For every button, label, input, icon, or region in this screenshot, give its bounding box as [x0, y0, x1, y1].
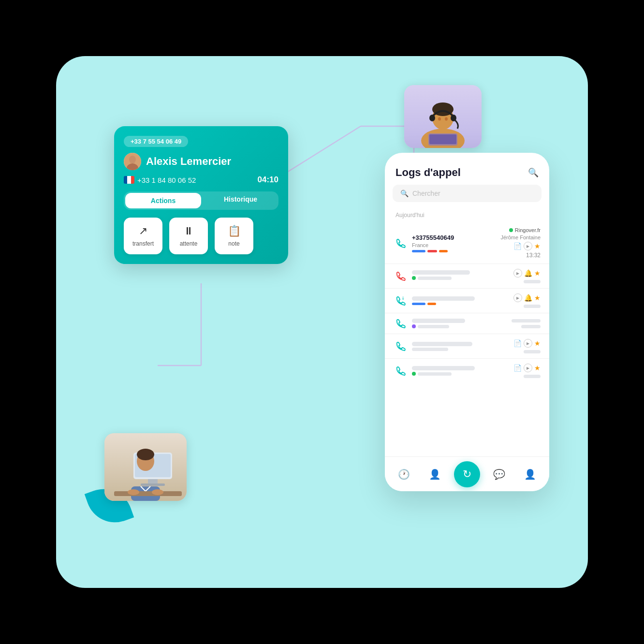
svg-rect-15 [429, 134, 456, 144]
agent-thumbnail-top-right [404, 85, 482, 148]
star-icon-3[interactable]: ★ [534, 294, 541, 302]
dot-2 [412, 276, 416, 280]
phone-badge: +33 7 55 54 06 49 [124, 136, 188, 147]
action-btn-attente[interactable]: ⏸ attente [169, 218, 208, 254]
play-icon-2[interactable]: ▶ [513, 269, 522, 278]
call-timer: 04:10 [258, 175, 278, 185]
log-dot-row-6 [412, 372, 509, 376]
log-right-4 [512, 319, 541, 328]
svg-point-10 [429, 115, 435, 121]
log-right-5: 📄 ▶ ★ [513, 339, 541, 353]
gray-bar-name-5 [412, 342, 472, 346]
tab-historique[interactable]: Historique [203, 191, 278, 210]
log-number-1: +33755540649 [412, 234, 454, 241]
caller-number-row: +33 1 84 80 06 52 04:10 [124, 175, 278, 185]
log-right-2: ▶ 🔔 ★ [513, 269, 541, 283]
svg-point-12 [438, 117, 441, 121]
caller-avatar [124, 153, 141, 170]
star-icon-5[interactable]: ★ [534, 339, 541, 347]
call-log-item-2[interactable]: ▶ 🔔 ★ [385, 264, 549, 289]
call-log-item-5[interactable]: 📄 ▶ ★ [385, 334, 549, 359]
log-country-1: France [412, 242, 428, 248]
gray-bar-name-3 [412, 296, 475, 301]
svg-rect-19 [148, 479, 158, 484]
log-time-1: 13:32 [526, 252, 541, 259]
play-icon-1[interactable]: ▶ [524, 242, 532, 250]
log-tags-1 [412, 250, 496, 252]
dot-6 [412, 372, 416, 376]
call-log-main-1: +33755540649 France [412, 234, 496, 252]
tag-orange-1 [439, 250, 448, 252]
bell-icon-2[interactable]: 🔔 [524, 269, 532, 277]
tag-orange-3 [427, 303, 436, 305]
star-icon-1[interactable]: ★ [534, 242, 541, 250]
mobile-bottom-nav: 🕐 👤 ↻ 💬 👤 [385, 456, 549, 491]
call-log-item-4[interactable] [385, 313, 549, 334]
svg-point-13 [445, 117, 448, 121]
call-log-item-1[interactable]: +33755540649 France Ringover.fr [385, 222, 549, 264]
svg-rect-24 [114, 491, 182, 496]
nav-item-history[interactable]: 🕐 [393, 463, 416, 486]
call-log-item-3[interactable]: ↙ ▶ 🔔 ★ [385, 289, 549, 313]
company-dot-1 [509, 228, 513, 232]
call-icon-wrap-2 [394, 271, 407, 281]
action-btn-note[interactable]: 📋 note [215, 218, 253, 254]
search-bar[interactable]: 🔍 Chercher [393, 185, 542, 202]
call-logs-list: +33755540649 France Ringover.fr [385, 222, 549, 456]
messages-icon: 💬 [493, 468, 505, 480]
gray-bar-time-5 [524, 350, 541, 353]
nav-item-profile[interactable]: 👤 [518, 463, 542, 486]
caller-name-row: Alexis Lemercier [124, 153, 278, 170]
svg-point-25 [128, 489, 139, 495]
note-icon-6: 📄 [513, 364, 522, 372]
gray-bar-company-6 [418, 372, 452, 376]
transfert-label: transfert [132, 240, 154, 247]
log-dot-row-4 [412, 324, 507, 328]
svg-rect-20 [141, 483, 165, 486]
call-icon-wrap-5 [394, 341, 407, 351]
gray-bar-name-6 [412, 366, 475, 370]
call-card: +33 7 55 54 06 49 Alexis Lemercier +33 1… [114, 126, 288, 264]
caller-fr-number: +33 1 84 80 06 52 [137, 176, 196, 184]
call-log-main-5 [412, 342, 509, 351]
mobile-app-title: Logs d'appel [395, 166, 461, 179]
log-actions-1: 📄 ▶ ★ [513, 242, 541, 250]
star-icon-2[interactable]: ★ [534, 269, 541, 277]
tab-actions[interactable]: Actions [125, 193, 201, 208]
gray-bar-time-4 [521, 325, 541, 328]
play-icon-3[interactable]: ▶ [513, 293, 522, 302]
tag-blue-1 [412, 250, 425, 252]
log-company-1: Ringover.fr [515, 227, 541, 233]
log-name-row-1: +33755540649 [412, 234, 496, 241]
gray-bar-name-4 [412, 319, 465, 323]
action-btn-transfert[interactable]: ↗ transfert [124, 218, 162, 254]
gray-bar-time-6 [524, 375, 541, 378]
note-icon-1: 📄 [513, 242, 522, 250]
log-dot-row-2 [412, 276, 509, 280]
profile-icon: 👤 [524, 468, 536, 480]
log-contact-1: Jérôme Fontaine [500, 234, 541, 240]
header-search-icon[interactable]: 🔍 [528, 167, 539, 178]
agent-thumbnail-bottom-left [104, 433, 187, 501]
nav-center-button[interactable]: ↻ [454, 461, 480, 487]
note-icon-5: 📄 [513, 339, 522, 347]
call-log-item-6[interactable]: 📄 ▶ ★ [385, 359, 549, 383]
nav-item-contacts[interactable]: 👤 [423, 463, 446, 486]
log-right-6: 📄 ▶ ★ [513, 364, 541, 378]
caller-name: Alexis Lemercier [146, 155, 231, 168]
tag-red-1 [427, 250, 437, 252]
attente-label: attente [180, 240, 198, 247]
mobile-header: Logs d'appel 🔍 [385, 153, 549, 185]
nav-item-messages[interactable]: 💬 [488, 463, 511, 486]
call-icon-wrap-3: ↙ [394, 295, 407, 306]
play-icon-5[interactable]: ▶ [524, 339, 532, 348]
star-icon-6[interactable]: ★ [534, 364, 541, 372]
bell-icon-3[interactable]: 🔔 [524, 294, 532, 302]
note-label: note [228, 240, 239, 247]
gray-bar-name-2 [412, 270, 470, 275]
call-tabs: Actions Historique [124, 191, 278, 210]
play-icon-6[interactable]: ▶ [524, 364, 532, 372]
log-right-1: Ringover.fr Jérôme Fontaine 📄 ▶ ★ 13:32 [500, 227, 541, 259]
gray-bar-name2-4 [512, 319, 541, 322]
note-icon: 📋 [228, 225, 241, 237]
